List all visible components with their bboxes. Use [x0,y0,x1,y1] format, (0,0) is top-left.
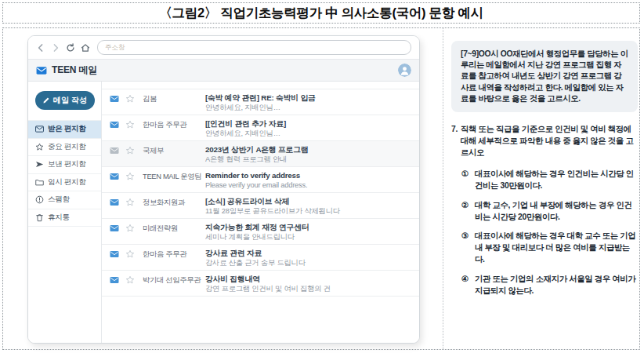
chevron-left-icon[interactable] [36,43,45,53]
folder-icon [35,178,44,187]
email-preview: 안녕하세요, 지배인님… [205,103,413,113]
envelope-icon[interactable] [110,173,119,180]
option-number: ④ [461,274,472,297]
option-item[interactable]: ③대표이사에 해당하는 경우 대학 교수 또는 기업 내 부장 및 대리보다 더… [461,231,638,266]
mail-sidebar: 메일 작성 받은 편지함중요 편지함보낸 편지함임시 편지함스팸함휴지통 [28,82,102,343]
email-row[interactable]: 한마음 주무관[[인건비 관련 추가 자료]안녕하세요, 지배인님… [102,115,419,141]
question-7: 7. 직책 또는 직급을 기준으로 인건비 및 여비 책정에 대해 세부적으로 … [451,124,638,159]
email-row[interactable]: 박기대 선임주무관강사비 집행내역강연 프로그램 인건비 및 여비 집행의 건 [102,271,419,297]
star-icon[interactable] [125,120,135,129]
email-subject-block: 강사료 관련 자료강사료 산출 근거 송부 드립니다 [205,249,413,269]
option-item[interactable]: ④기관 또는 기업의 소재지가 서울일 경우 여비가 지급되지 않는다. [461,274,638,297]
sidebar-item-보낸 편지함[interactable]: 보낸 편지함 [28,156,101,174]
email-row[interactable]: 국제부2023년 상반기 A은행 프로그램A은행 협력 프로그램 안내 [102,141,419,167]
envelope-icon[interactable] [110,198,119,206]
email-subject[interactable]: 강사료 관련 자료 [205,249,413,258]
figure-title: 〈그림2〉 직업기초능력평가 中 의사소통(국어) 문항 예시 [159,5,483,22]
email-subject[interactable]: 강사비 집행내역 [205,275,413,284]
sidebar-item-휴지통[interactable]: 휴지통 [28,209,101,227]
spam-icon [35,195,44,204]
envelope-icon[interactable] [110,276,119,284]
address-bar-input[interactable]: 주소창 [97,40,411,55]
star-icon[interactable] [125,94,135,104]
mail-sidebar-list: 받은 편지함중요 편지함보낸 편지함임시 편지함스팸함휴지통 [28,120,101,227]
send-icon [35,160,44,169]
figure-title-box: 〈그림2〉 직업기초능력평가 中 의사소통(국어) 문항 예시 [2,2,640,24]
envelope-icon[interactable] [110,121,119,129]
mail-header: TEEN 메일 [28,60,419,82]
option-item[interactable]: ②대학 교수, 기업 내 부장에 해당하는 경우 인건비는 시간당 20만원이다… [461,200,638,224]
email-preview: 강사료 산출 근거 송부 드립니다 [205,258,413,268]
envelope-icon[interactable] [110,250,119,258]
envelope-icon[interactable] [110,224,119,232]
envelope-icon[interactable] [110,147,119,155]
browser-chrome-bar: 주소창 [28,36,419,60]
email-preview: 안녕하세요, 지배인님… [205,129,413,139]
refresh-icon[interactable] [66,43,75,53]
email-preview: 강연 프로그램 인건비 및 여비 집행의 건 [205,284,413,294]
email-sender: 김봄 [143,93,205,104]
question-number: 7. [451,124,458,159]
email-row[interactable]: 한마음 주무관강사료 관련 자료강사료 산출 근거 송부 드립니다 [102,245,419,271]
user-avatar-icon[interactable] [398,64,411,77]
compose-button-label: 메일 작성 [53,95,87,106]
passage-text: [7~9]OO시 OO재단에서 행정업무를 담당하는 이루리는 메일함에서 지난… [461,49,628,103]
email-row[interactable]: 김봄[숙박 예약 관련] RE: 숙박비 입금안녕하세요, 지배인님… [102,89,419,115]
passage-box: [7~9]OO시 OO재단에서 행정업무를 담당하는 이루리는 메일함에서 지난… [451,41,638,112]
star-icon[interactable] [125,224,135,233]
star-icon[interactable] [125,146,135,155]
inbox-icon [35,125,44,133]
mail-app-title: TEEN 메일 [52,64,97,77]
email-subject[interactable]: 지속가능한 회계 재정 연구센터 [205,223,413,232]
star-icon[interactable] [125,275,135,285]
sidebar-item-임시 편지함[interactable]: 임시 편지함 [28,174,101,192]
email-sender: 정보화지원과 [143,197,205,208]
figure-content-frame: 주소창 TEEN 메일 메일 작성 받은 편지함중요 편지함보낸 편지함임시 편… [2,27,640,350]
panel-divider [443,28,443,349]
email-subject[interactable]: Reminder to verify address [205,171,413,180]
home-icon[interactable] [81,43,90,53]
star-icon[interactable] [125,198,135,207]
sidebar-item-스팸함[interactable]: 스팸함 [28,191,101,209]
email-preview: A은행 협력 프로그램 안내 [205,155,413,165]
browser-window: 주소창 TEEN 메일 메일 작성 받은 편지함중요 편지함보낸 편지함임시 편… [27,35,420,344]
star-icon[interactable] [125,172,135,181]
email-row[interactable]: 정보화지원과[소식] 공유드라이브 삭제11월 28일부로 공유드라이브가 삭제… [102,193,419,219]
mail-body: 메일 작성 받은 편지함중요 편지함보낸 편지함임시 편지함스팸함휴지통 김봄[… [28,82,419,343]
email-sender: 한마음 주무관 [143,249,205,260]
question-text: 직책 또는 직급을 기준으로 인건비 및 여비 책정에 대해 세부적으로 파악한… [461,124,636,159]
email-sender: 국제부 [143,145,205,156]
sidebar-item-받은 편지함[interactable]: 받은 편지함 [28,120,101,139]
email-subject[interactable]: [소식] 공유드라이브 삭제 [205,197,413,206]
option-number: ② [461,200,472,224]
email-preview: Please verify your email address. [205,180,413,191]
email-sender: 한마음 주무관 [143,119,205,130]
option-text: 대표이사에 해당하는 경우 인건비는 시간당 인건비는 30만원이다. [475,169,638,192]
sidebar-item-label: 휴지통 [48,213,70,223]
address-bar-placeholder: 주소창 [105,43,125,53]
option-text: 대학 교수, 기업 내 부장에 해당하는 경우 인건비는 시간당 20만원이다. [475,200,638,224]
email-row[interactable]: TEEN MAIL 운영팀Reminder to verify addressP… [102,167,419,193]
option-item[interactable]: ①대표이사에 해당하는 경우 인건비는 시간당 인건비는 30만원이다. [461,169,638,192]
sidebar-item-label: 중요 편지함 [48,142,85,152]
option-number: ③ [461,231,472,266]
email-subject-block: 지속가능한 회계 재정 연구센터세미나 계획을 안내드립니다 [205,223,413,243]
envelope-icon[interactable] [110,95,119,103]
star-icon [35,143,44,151]
sidebar-item-중요 편지함[interactable]: 중요 편지함 [28,139,101,157]
email-preview: 11월 28일부로 공유드라이브가 삭제됩니다 [205,206,413,217]
email-row[interactable]: 미래전략원지속가능한 회계 재정 연구센터세미나 계획을 안내드립니다 [102,219,419,245]
email-subject[interactable]: [숙박 예약 관련] RE: 숙박비 입금 [205,93,413,103]
compose-button[interactable]: 메일 작성 [35,91,95,110]
question-panel: [7~9]OO시 OO재단에서 행정업무를 담당하는 이루리는 메일함에서 지난… [451,41,638,297]
figure-page: 〈그림2〉 직업기초능력평가 中 의사소통(국어) 문항 예시 주소창 TEEN… [0,0,644,353]
option-text: 대표이사에 해당하는 경우 대학 교수 또는 기업 내 부장 및 대리보다 더 … [475,231,638,266]
email-subject-block: [숙박 예약 관련] RE: 숙박비 입금안녕하세요, 지배인님… [205,93,413,114]
star-icon[interactable] [125,249,135,259]
chevron-right-icon[interactable] [51,43,60,53]
email-subject[interactable]: 2023년 상반기 A은행 프로그램 [205,145,413,155]
email-subject[interactable]: [[인건비 관련 추가 자료] [205,119,413,129]
email-list: 김봄[숙박 예약 관련] RE: 숙박비 입금안녕하세요, 지배인님…한마음 주… [102,82,419,343]
email-subject-block: 2023년 상반기 A은행 프로그램A은행 협력 프로그램 안내 [205,145,413,166]
sidebar-item-label: 보낸 편지함 [48,159,85,169]
